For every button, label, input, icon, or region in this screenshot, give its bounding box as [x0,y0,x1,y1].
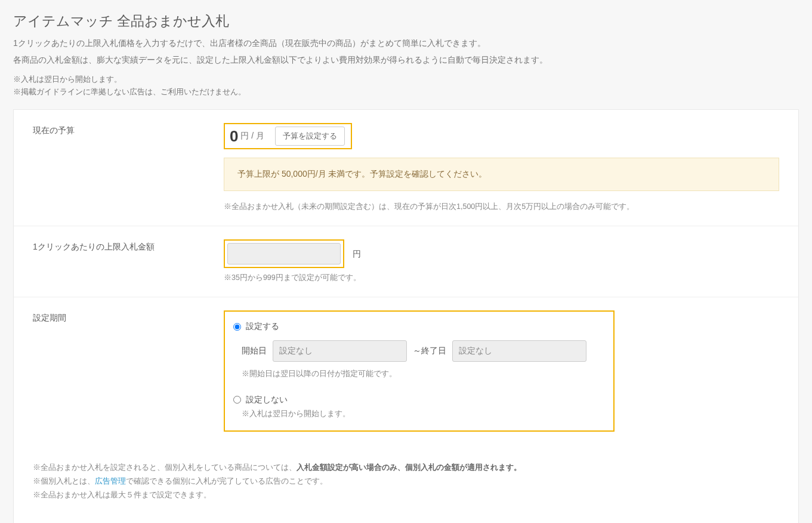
period-label: 設定期間 [33,310,224,432]
start-date-note: ※開始日は翌日以降の日付が指定可能です。 [242,368,605,380]
end-date-label: ～終了日 [413,346,446,356]
period-none-note: ※入札は翌日から開始します。 [242,408,605,420]
budget-highlight: 0 円 / 月 予算を設定する [224,123,352,149]
bid-amount-input[interactable] [227,243,341,264]
bid-highlight [224,239,344,268]
bid-unit: 円 [353,249,361,259]
budget-label: 現在の予算 [33,123,224,213]
budget-value: 0 [227,127,238,146]
period-set-label: 設定する [246,321,279,331]
page-title: アイテムマッチ 全品おまかせ入札 [13,12,799,30]
intro-line-1: 1クリックあたりの上限入札価格を入力するだけで、出店者様の全商品（現在販売中の商… [13,36,799,51]
budget-note: ※全品おまかせ入札（未来の期間設定含む）は、現在の予算が日次1,500円以上、月… [224,201,779,213]
footer-note-1a: ※全品おまかせ入札を設定されると、個別入札をしている商品については、 [33,463,297,472]
footer-note-3: ※全品おまかせ入札は最大５件まで設定できます。 [33,488,779,502]
period-set-radio[interactable] [233,323,241,331]
ad-management-link[interactable]: 広告管理 [95,476,126,485]
footer-notes: ※全品おまかせ入札を設定されると、個別入札をしている商品については、入札金額設定… [14,445,798,509]
settings-panel: 現在の予算 0 円 / 月 予算を設定する 予算上限が 50,000円/月 未満… [13,109,799,523]
end-date-placeholder: 設定なし [459,346,492,356]
start-date-field[interactable]: 設定なし [273,340,407,362]
bid-label: 1クリックあたりの上限入札金額 [33,239,224,284]
start-date-label: 開始日 [242,346,267,356]
period-highlight: 設定する 開始日 設定なし ～終了日 設定なし ※開始日は翌日以降の日付が指定可… [224,310,615,432]
period-none-radio[interactable] [233,396,241,404]
period-none-label: 設定しない [246,395,288,404]
budget-warning: 予算上限が 50,000円/月 未満です。予算設定を確認してください。 [224,158,779,191]
footer-note-2b: で確認できる個別に入札が完了している広告のことです。 [126,476,328,485]
budget-unit: 円 / 月 [240,131,264,141]
intro-line-2: 各商品の入札金額は、膨大な実績データを元に、設定した上限入札金額以下でよりよい費… [13,53,799,67]
set-budget-button[interactable]: 予算を設定する [275,127,345,146]
start-date-placeholder: 設定なし [279,346,313,356]
intro-note-1: ※入札は翌日から開始します。 [13,73,799,86]
end-date-field[interactable]: 設定なし [452,340,586,362]
footer-note-2a: ※個別入札とは、 [33,476,95,485]
footer-note-1b: 入札金額設定が高い場合のみ、個別入札の金額が適用されます。 [297,463,521,472]
bid-note: ※35円から999円まで設定が可能です。 [224,272,779,284]
intro-note-2: ※掲載ガイドラインに準拠しない広告は、ご利用いただけません。 [13,86,799,99]
